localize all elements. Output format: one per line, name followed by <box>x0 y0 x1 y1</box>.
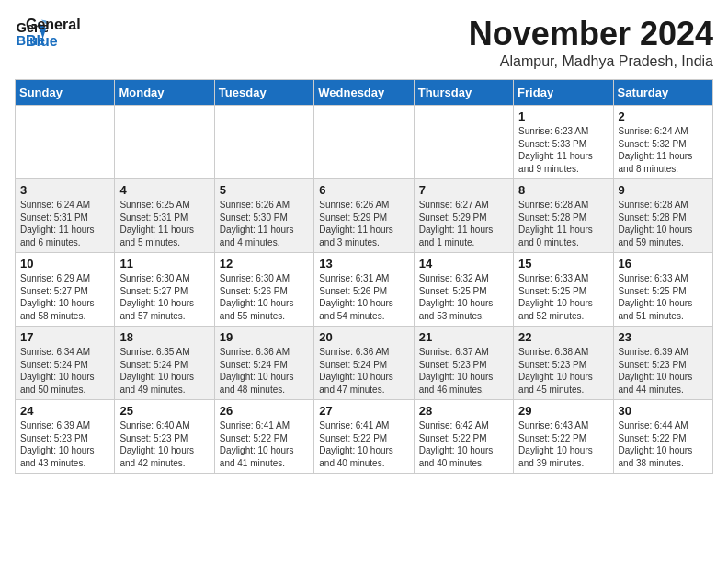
day-cell: 29Sunrise: 6:43 AM Sunset: 5:22 PM Dayli… <box>514 400 613 474</box>
calendar-table: SundayMondayTuesdayWednesdayThursdayFrid… <box>15 79 713 474</box>
day-cell <box>214 106 313 179</box>
day-cell: 3Sunrise: 6:24 AM Sunset: 5:31 PM Daylig… <box>16 179 115 253</box>
day-cell: 27Sunrise: 6:41 AM Sunset: 5:22 PM Dayli… <box>314 400 414 474</box>
day-number: 30 <box>619 404 708 418</box>
day-cell: 2Sunrise: 6:24 AM Sunset: 5:32 PM Daylig… <box>613 106 712 179</box>
day-cell: 28Sunrise: 6:42 AM Sunset: 5:22 PM Dayli… <box>414 400 513 474</box>
week-row-3: 17Sunrise: 6:34 AM Sunset: 5:24 PM Dayli… <box>16 327 713 400</box>
day-info: Sunrise: 6:38 AM Sunset: 5:23 PM Dayligh… <box>518 346 608 396</box>
day-cell: 8Sunrise: 6:28 AM Sunset: 5:28 PM Daylig… <box>514 179 613 253</box>
day-info: Sunrise: 6:24 AM Sunset: 5:32 PM Dayligh… <box>619 125 708 175</box>
header-cell-monday: Monday <box>115 80 214 106</box>
day-cell <box>414 106 513 179</box>
week-row-4: 24Sunrise: 6:39 AM Sunset: 5:23 PM Dayli… <box>16 400 713 474</box>
day-cell: 18Sunrise: 6:35 AM Sunset: 5:24 PM Dayli… <box>115 327 214 400</box>
day-cell: 26Sunrise: 6:41 AM Sunset: 5:22 PM Dayli… <box>214 400 313 474</box>
day-number: 29 <box>518 404 608 418</box>
day-number: 22 <box>518 330 608 344</box>
day-info: Sunrise: 6:37 AM Sunset: 5:23 PM Dayligh… <box>419 346 508 396</box>
day-cell: 14Sunrise: 6:32 AM Sunset: 5:25 PM Dayli… <box>414 253 513 327</box>
day-number: 27 <box>319 404 408 418</box>
day-cell: 12Sunrise: 6:30 AM Sunset: 5:26 PM Dayli… <box>214 253 313 327</box>
day-cell <box>115 106 214 179</box>
day-info: Sunrise: 6:36 AM Sunset: 5:24 PM Dayligh… <box>319 346 408 396</box>
day-info: Sunrise: 6:43 AM Sunset: 5:22 PM Dayligh… <box>518 419 608 469</box>
day-cell: 7Sunrise: 6:27 AM Sunset: 5:29 PM Daylig… <box>414 179 513 253</box>
day-number: 26 <box>220 404 309 418</box>
day-cell: 13Sunrise: 6:31 AM Sunset: 5:26 PM Dayli… <box>314 253 414 327</box>
day-info: Sunrise: 6:33 AM Sunset: 5:25 PM Dayligh… <box>619 272 708 322</box>
day-info: Sunrise: 6:42 AM Sunset: 5:22 PM Dayligh… <box>419 419 508 469</box>
day-number: 10 <box>20 257 109 270</box>
header-cell-tuesday: Tuesday <box>214 80 313 106</box>
day-number: 1 <box>518 109 608 123</box>
day-info: Sunrise: 6:41 AM Sunset: 5:22 PM Dayligh… <box>319 419 408 469</box>
day-info: Sunrise: 6:23 AM Sunset: 5:33 PM Dayligh… <box>518 125 608 175</box>
week-row-1: 3Sunrise: 6:24 AM Sunset: 5:31 PM Daylig… <box>16 179 713 253</box>
day-info: Sunrise: 6:36 AM Sunset: 5:24 PM Dayligh… <box>220 346 309 396</box>
day-number: 7 <box>419 183 508 197</box>
day-cell: 15Sunrise: 6:33 AM Sunset: 5:25 PM Dayli… <box>514 253 613 327</box>
day-info: Sunrise: 6:39 AM Sunset: 5:23 PM Dayligh… <box>619 346 708 396</box>
day-cell: 17Sunrise: 6:34 AM Sunset: 5:24 PM Dayli… <box>16 327 115 400</box>
day-info: Sunrise: 6:28 AM Sunset: 5:28 PM Dayligh… <box>619 199 708 248</box>
logo-line1: General <box>26 17 81 33</box>
day-cell: 4Sunrise: 6:25 AM Sunset: 5:31 PM Daylig… <box>115 179 214 253</box>
day-number: 13 <box>319 257 408 270</box>
day-number: 25 <box>119 404 209 418</box>
day-number: 19 <box>220 330 309 344</box>
day-info: Sunrise: 6:28 AM Sunset: 5:28 PM Dayligh… <box>518 199 608 248</box>
day-info: Sunrise: 6:26 AM Sunset: 5:29 PM Dayligh… <box>319 199 408 248</box>
calendar-header-row: SundayMondayTuesdayWednesdayThursdayFrid… <box>16 80 713 106</box>
day-number: 18 <box>119 330 209 344</box>
day-info: Sunrise: 6:33 AM Sunset: 5:25 PM Dayligh… <box>518 272 608 322</box>
day-info: Sunrise: 6:27 AM Sunset: 5:29 PM Dayligh… <box>419 199 508 248</box>
month-title: November 2024 <box>469 15 713 53</box>
day-cell: 25Sunrise: 6:40 AM Sunset: 5:23 PM Dayli… <box>115 400 214 474</box>
day-cell: 22Sunrise: 6:38 AM Sunset: 5:23 PM Dayli… <box>514 327 613 400</box>
day-info: Sunrise: 6:41 AM Sunset: 5:22 PM Dayligh… <box>220 419 309 469</box>
day-cell <box>314 106 414 179</box>
day-number: 9 <box>619 183 708 197</box>
day-cell: 20Sunrise: 6:36 AM Sunset: 5:24 PM Dayli… <box>314 327 414 400</box>
day-info: Sunrise: 6:29 AM Sunset: 5:27 PM Dayligh… <box>20 272 109 322</box>
header-cell-friday: Friday <box>514 80 613 106</box>
day-cell: 19Sunrise: 6:36 AM Sunset: 5:24 PM Dayli… <box>214 327 313 400</box>
day-number: 6 <box>319 183 408 197</box>
day-number: 8 <box>518 183 608 197</box>
day-info: Sunrise: 6:34 AM Sunset: 5:24 PM Dayligh… <box>20 346 109 396</box>
week-row-2: 10Sunrise: 6:29 AM Sunset: 5:27 PM Dayli… <box>16 253 713 327</box>
day-number: 14 <box>419 257 508 270</box>
day-info: Sunrise: 6:35 AM Sunset: 5:24 PM Dayligh… <box>119 346 209 396</box>
logo-line2: Blue <box>26 33 81 50</box>
day-number: 16 <box>619 257 708 270</box>
day-info: Sunrise: 6:31 AM Sunset: 5:26 PM Dayligh… <box>319 272 408 322</box>
day-number: 12 <box>220 257 309 270</box>
day-cell: 23Sunrise: 6:39 AM Sunset: 5:23 PM Dayli… <box>613 327 712 400</box>
title-area: November 2024 Alampur, Madhya Pradesh, I… <box>469 15 713 70</box>
day-info: Sunrise: 6:32 AM Sunset: 5:25 PM Dayligh… <box>419 272 508 322</box>
header: General Blue General Blue November 2024 … <box>15 15 713 70</box>
day-info: Sunrise: 6:39 AM Sunset: 5:23 PM Dayligh… <box>20 419 109 469</box>
day-number: 5 <box>220 183 309 197</box>
day-cell: 10Sunrise: 6:29 AM Sunset: 5:27 PM Dayli… <box>16 253 115 327</box>
day-cell: 24Sunrise: 6:39 AM Sunset: 5:23 PM Dayli… <box>16 400 115 474</box>
day-info: Sunrise: 6:25 AM Sunset: 5:31 PM Dayligh… <box>119 199 209 248</box>
day-number: 4 <box>119 183 209 197</box>
header-cell-wednesday: Wednesday <box>314 80 414 106</box>
day-number: 2 <box>619 109 708 123</box>
location: Alampur, Madhya Pradesh, India <box>469 53 713 70</box>
header-cell-sunday: Sunday <box>16 80 115 106</box>
day-cell <box>16 106 115 179</box>
day-number: 11 <box>119 257 209 270</box>
day-info: Sunrise: 6:40 AM Sunset: 5:23 PM Dayligh… <box>119 419 209 469</box>
day-info: Sunrise: 6:44 AM Sunset: 5:22 PM Dayligh… <box>619 419 708 469</box>
day-cell: 1Sunrise: 6:23 AM Sunset: 5:33 PM Daylig… <box>514 106 613 179</box>
day-info: Sunrise: 6:24 AM Sunset: 5:31 PM Dayligh… <box>20 199 109 248</box>
header-cell-thursday: Thursday <box>414 80 513 106</box>
day-cell: 11Sunrise: 6:30 AM Sunset: 5:27 PM Dayli… <box>115 253 214 327</box>
day-number: 20 <box>319 330 408 344</box>
day-cell: 21Sunrise: 6:37 AM Sunset: 5:23 PM Dayli… <box>414 327 513 400</box>
week-row-0: 1Sunrise: 6:23 AM Sunset: 5:33 PM Daylig… <box>16 106 713 179</box>
day-info: Sunrise: 6:30 AM Sunset: 5:26 PM Dayligh… <box>220 272 309 322</box>
